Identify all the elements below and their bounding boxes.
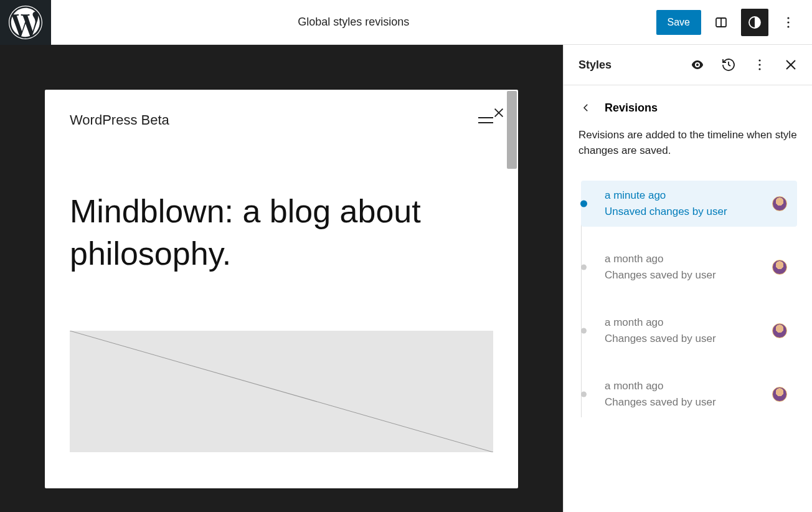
svg-point-12 [758,68,760,70]
avatar [772,323,787,338]
revision-item[interactable]: a minute ago Unsaved changes by user [581,181,797,227]
save-button[interactable]: Save [656,10,701,35]
sidebar-header: Styles [564,45,812,85]
revision-time: a month ago [605,253,786,265]
revision-time: a minute ago [605,189,786,202]
svg-line-8 [70,331,493,452]
menu-icon[interactable] [478,113,493,128]
revisions-button[interactable] [719,55,739,75]
sidebar-title: Styles [578,59,611,72]
revisions-timeline: a minute ago Unsaved changes by user a m… [578,181,797,417]
svg-point-5 [787,26,789,27]
svg-point-11 [758,64,760,65]
revision-desc: Unsaved changes by user [605,206,786,218]
preview-canvas: WordPress Beta Mindblown: a blog about p… [45,90,518,488]
revision-item[interactable]: a month ago Changes saved by user [581,244,797,290]
revision-time: a month ago [605,380,786,392]
avatar [772,387,787,402]
wordpress-logo[interactable] [0,0,51,45]
topbar-actions: Save [656,9,812,36]
revision-item[interactable]: a month ago Changes saved by user [581,371,797,417]
timeline-dot-icon [581,392,587,397]
more-options-button[interactable] [775,9,802,36]
scrollbar[interactable] [507,91,517,169]
sidebar-more-button[interactable] [750,55,770,75]
avatar [772,260,787,275]
svg-point-10 [758,59,760,61]
site-title: WordPress Beta [70,112,169,128]
back-button[interactable] [578,100,593,115]
close-preview-button[interactable] [492,106,506,122]
revision-time: a month ago [605,316,786,329]
timeline-dot-icon [580,201,587,207]
image-placeholder [70,331,493,452]
sidebar: Styles Revisions [563,45,812,512]
styles-button[interactable] [741,9,768,36]
hero-heading: Mindblown: a blog about philosophy. [70,191,493,275]
revision-item[interactable]: a month ago Changes saved by user [581,308,797,354]
timeline-dot-icon [581,328,587,334]
view-toggle-button[interactable] [707,9,735,36]
style-book-button[interactable] [687,55,707,75]
revision-desc: Changes saved by user [605,333,786,345]
canvas-area: WordPress Beta Mindblown: a blog about p… [0,45,563,512]
svg-point-4 [787,21,789,23]
page-title: Global styles revisions [51,16,656,29]
revision-desc: Changes saved by user [605,396,786,409]
svg-point-3 [787,17,789,19]
timeline-dot-icon [581,265,587,270]
panel-description: Revisions are added to the timeline when… [578,128,797,158]
avatar [772,196,787,211]
panel-title: Revisions [605,102,658,115]
revision-desc: Changes saved by user [605,269,786,282]
topbar: Global styles revisions Save [0,0,812,45]
svg-point-9 [696,64,699,66]
main: WordPress Beta Mindblown: a blog about p… [0,45,812,512]
close-sidebar-button[interactable] [781,55,801,75]
